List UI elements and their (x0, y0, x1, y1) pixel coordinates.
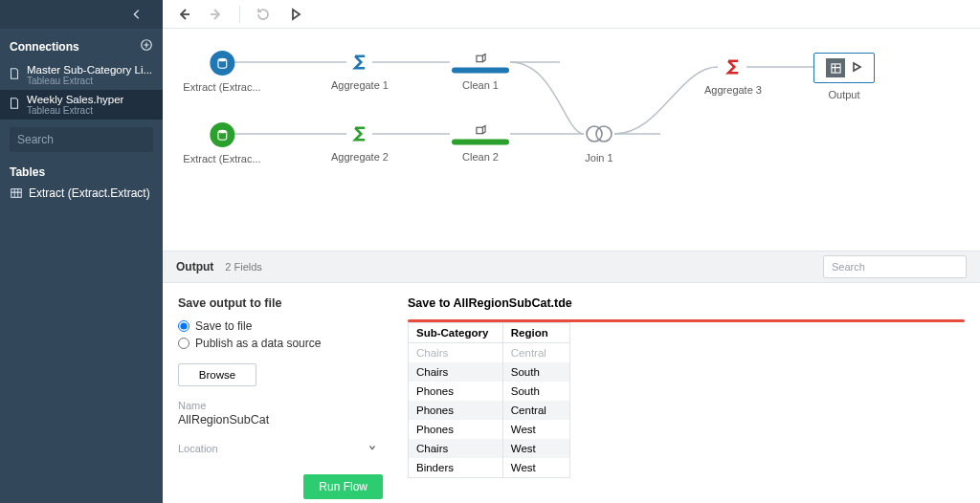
svg-point-15 (587, 126, 602, 142)
output-fields: 2 Fields (225, 261, 262, 273)
flow-node-aggregate[interactable]: Aggregate 2 (331, 124, 389, 163)
col-header: Sub-Category (409, 323, 503, 343)
svg-point-11 (218, 58, 227, 62)
chevron-down-icon[interactable] (368, 442, 377, 455)
flow-node-clean[interactable]: Clean 2 (452, 125, 509, 163)
connections-heading: Connections (10, 40, 79, 54)
sidebar-collapse-button[interactable] (0, 0, 163, 29)
sidebar-search[interactable] (10, 127, 153, 152)
location-label: Location (178, 443, 218, 454)
flow-node-clean[interactable]: Clean 1 (452, 54, 509, 91)
sidebar: Connections Master Sub-Category Li... Ta… (0, 0, 163, 503)
browse-button[interactable]: Browse (178, 363, 256, 386)
output-icon (826, 58, 845, 77)
connection-item[interactable]: Master Sub-Category Li... Tableau Extrac… (0, 60, 163, 90)
refresh-button[interactable] (254, 5, 273, 24)
name-value: AllRegionSubCat (178, 413, 377, 426)
file-icon (8, 97, 21, 113)
preview-pane: Save to AllRegionSubCat.tde Sub-Category… (392, 283, 980, 503)
connection-name: Master Sub-Category Li... (27, 64, 152, 76)
forward-button (207, 5, 226, 24)
play-icon (851, 61, 862, 75)
clean-icon (476, 54, 486, 66)
save-heading: Save output to file (178, 296, 377, 310)
svg-point-16 (596, 126, 612, 142)
flow-node-extract[interactable]: Extract (Extrac... (183, 122, 260, 164)
table-row[interactable]: PhonesCentral (409, 401, 569, 420)
table-name: Extract (Extract.Extract) (29, 186, 150, 200)
flow-node-aggregate[interactable]: Aggregate 1 (331, 53, 389, 91)
file-icon (8, 67, 21, 83)
preview-table: Sub-Category Region ChairsCentralChairsS… (408, 322, 570, 478)
sigma-icon (724, 57, 743, 78)
clean-icon (476, 125, 486, 138)
database-icon (210, 122, 234, 147)
table-row[interactable]: ChairsSouth (409, 362, 569, 382)
connection-sub: Tableau Extract (27, 76, 152, 86)
sigma-icon (350, 53, 369, 74)
svg-rect-12 (476, 55, 481, 61)
join-icon (585, 123, 613, 146)
flow-node-output[interactable]: Output (813, 53, 875, 100)
table-row[interactable]: ChairsWest (409, 439, 569, 458)
back-button[interactable] (174, 5, 193, 24)
table-row[interactable]: ChairsCentral (409, 343, 569, 362)
database-icon (210, 51, 234, 76)
tables-heading: Tables (0, 156, 163, 183)
table-row[interactable]: BindersWest (409, 458, 569, 477)
run-flow-button[interactable]: Run Flow (303, 474, 383, 499)
output-title: Output (176, 260, 213, 273)
svg-point-13 (218, 130, 227, 134)
sigma-icon (350, 124, 369, 145)
toolbar (163, 0, 980, 29)
table-item[interactable]: Extract (Extract.Extract) (0, 183, 163, 204)
run-button[interactable] (286, 5, 305, 24)
flow-node-aggregate[interactable]: Aggregate 3 (704, 57, 762, 96)
connection-item[interactable]: Weekly Sales.hyper Tableau Extract (0, 90, 163, 120)
radio-publish[interactable]: Publish as a data source (178, 337, 377, 350)
output-search-input[interactable] (832, 261, 964, 273)
name-label: Name (178, 400, 377, 411)
flow-node-extract[interactable]: Extract (Extrac... (183, 51, 260, 93)
svg-rect-17 (831, 63, 839, 72)
table-row[interactable]: PhonesSouth (409, 382, 569, 401)
flow-canvas[interactable]: Extract (Extrac... Aggregate 1 Clean 1 E… (163, 29, 980, 251)
connection-name: Weekly Sales.hyper (27, 94, 123, 105)
connection-sub: Tableau Extract (27, 105, 123, 116)
col-header: Region (503, 323, 569, 343)
svg-rect-14 (476, 127, 481, 133)
table-row[interactable]: PhonesWest (409, 420, 569, 439)
output-bar: Output 2 Fields (163, 251, 980, 283)
output-search[interactable] (823, 255, 967, 278)
separator (239, 6, 240, 23)
add-connection-button[interactable] (140, 38, 153, 55)
detail-panes: Save output to file Save to file Publish… (163, 283, 980, 503)
preview-heading: Save to AllRegionSubCat.tde (408, 296, 965, 310)
flow-node-join[interactable]: Join 1 (585, 123, 613, 164)
radio-save-file[interactable]: Save to file (178, 319, 377, 333)
svg-rect-2 (11, 189, 22, 198)
save-pane: Save output to file Save to file Publish… (163, 283, 392, 503)
sidebar-search-input[interactable] (17, 133, 161, 146)
main: Extract (Extrac... Aggregate 1 Clean 1 E… (163, 0, 980, 503)
